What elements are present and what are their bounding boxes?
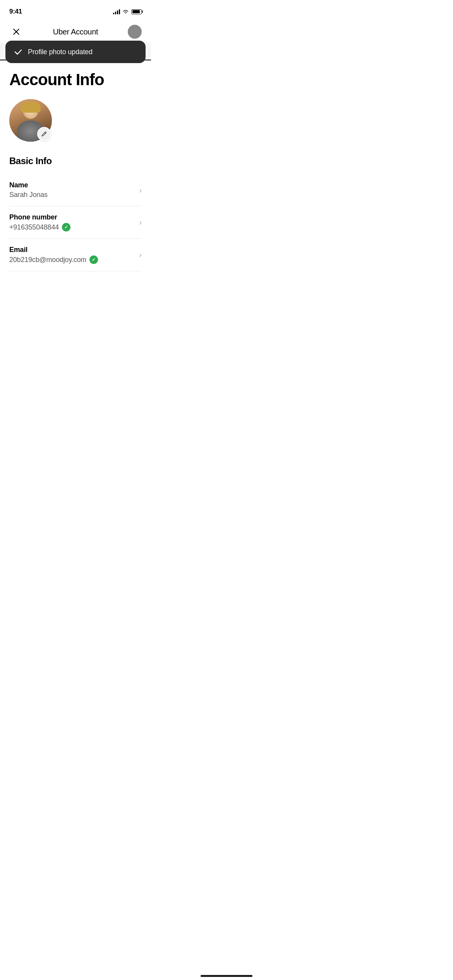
info-row-name-content: Name Sarah Jonas — [9, 181, 135, 199]
profile-photo-container[interactable] — [9, 99, 52, 142]
email-verified-check-icon: ✓ — [92, 257, 96, 262]
email-verified-badge: ✓ — [89, 255, 98, 264]
phone-verified-badge: ✓ — [62, 223, 70, 231]
svg-line-2 — [45, 133, 46, 134]
hair-detail — [21, 102, 41, 113]
info-value-phone: +916355048844 — [9, 223, 59, 231]
page-title: Account Info — [9, 71, 142, 88]
info-row-email-content: Email 20b219cb@moodjoy.com ✓ — [9, 246, 135, 264]
info-value-row-phone: +916355048844 ✓ — [9, 223, 135, 231]
toast-check-icon — [14, 48, 22, 56]
avatar[interactable] — [128, 25, 142, 39]
chevron-icon-name: › — [139, 186, 142, 195]
info-value-row-name: Sarah Jonas — [9, 191, 135, 199]
close-button[interactable] — [9, 25, 23, 39]
status-time: 9:41 — [9, 8, 22, 15]
status-icons — [113, 9, 142, 14]
battery-icon — [131, 9, 142, 14]
chevron-icon-phone: › — [139, 218, 142, 227]
toast-message: Profile photo updated — [28, 48, 93, 56]
edit-photo-button[interactable] — [37, 127, 51, 141]
info-row-name[interactable]: Name Sarah Jonas › — [9, 174, 142, 206]
nav-title: Uber Account — [53, 27, 98, 36]
wifi-icon — [122, 9, 129, 14]
signal-icon — [113, 9, 120, 14]
section-title-basic-info: Basic Info — [9, 156, 142, 166]
nav-bar: Uber Account — [0, 21, 151, 43]
close-icon — [12, 28, 20, 36]
status-bar: 9:41 — [0, 0, 151, 21]
pencil-icon — [41, 131, 47, 137]
info-value-name: Sarah Jonas — [9, 191, 48, 199]
main-content: Account Info Basic Info Name Sarah Jonas… — [0, 60, 151, 271]
info-label-phone: Phone number — [9, 213, 135, 221]
info-label-name: Name — [9, 181, 135, 189]
phone-verified-check-icon: ✓ — [64, 225, 68, 230]
info-value-email: 20b219cb@moodjoy.com — [9, 256, 86, 264]
info-row-phone-content: Phone number +916355048844 ✓ — [9, 213, 135, 231]
info-label-email: Email — [9, 246, 135, 254]
info-value-row-email: 20b219cb@moodjoy.com ✓ — [9, 255, 135, 264]
info-row-email[interactable]: Email 20b219cb@moodjoy.com ✓ › — [9, 239, 142, 271]
chevron-icon-email: › — [139, 250, 142, 259]
toast-notification: Profile photo updated — [5, 41, 146, 63]
info-row-phone[interactable]: Phone number +916355048844 ✓ › — [9, 206, 142, 239]
